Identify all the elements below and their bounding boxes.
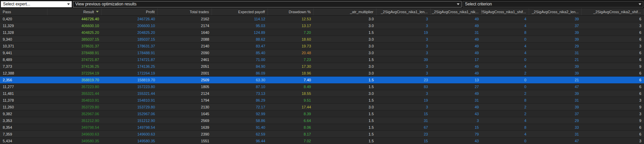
cell-pass: 12,388 [0,71,47,75]
cell-result: 351212.90 [47,119,102,123]
cell-drawdown: 8.49 [268,85,314,89]
table-row-pass-7-359[interactable]: 7,359349600.63149600.63239062.598.171.52… [0,131,644,138]
cell-expected_payoff: 86.29 [212,98,268,102]
column-header-profit[interactable]: Profit [102,8,158,15]
cell-atr_multiplier: 3.0 [314,105,376,109]
cell-atr_multiplier: 1.5 [314,112,376,116]
cell-nika1_nik: 15 [431,125,482,129]
table-row-pass-7-373[interactable]: 7,373374136.25174136.25205184.9017.303.0… [0,63,644,70]
table-row-pass-3-353[interactable]: 3,353351212.90151212.90256958.866.641.53… [0,117,644,124]
table-row-pass-8-354[interactable]: 8,354349798.54149798.54163991.408.061.56… [0,124,644,131]
cell-drawdown: 8.06 [268,125,314,129]
cell-profit: 204825.20 [102,30,158,35]
cell-nika2_shif: 9 [582,119,644,123]
table-row-pass-9-382[interactable]: 9,382352967.06152967.06164592.998.391.51… [0,110,644,117]
table-row-pass-12-388[interactable]: 12,388372264.19172264.19200186.0918.963.… [0,70,644,77]
cell-pass: 9,441 [0,51,47,55]
table-row-pass-11-260[interactable]: 11,260353729.80153729.80213072.1717.443.… [0,104,644,110]
column-header-nika1_nik[interactable]: _2SigAvgCross_nika1_nik... [431,8,482,15]
cell-expected_payoff: 87.10 [212,85,268,89]
cell-nika2_len: 39 [529,71,582,75]
table-row-pass-9-441[interactable]: 9,441378488.91178488.91209085.4020.483.0… [0,49,644,56]
cell-nika1_len: 3 [376,91,431,96]
cell-expected_payoff: 85.40 [212,51,268,55]
cell-expected_payoff: 92.99 [212,112,268,116]
cell-nika1_shif: 0 [482,58,529,62]
cell-profit: 157223.80 [102,85,158,89]
table-row-pass-5-434[interactable]: 5,434349580.35149580.35155196.447.021.51… [0,138,644,144]
cell-atr_multiplier: 1.5 [314,125,376,129]
criterion-select[interactable]: Select criterion [463,1,643,7]
column-header-nika1_shif[interactable]: _2SigAvgCross_nika1_shif... [482,8,529,15]
cell-drawdown: 13.17 [268,24,314,28]
cell-nika1_shif: 8 [482,30,529,35]
cell-nika1_len: 3 [376,105,431,109]
cell-total_trades: 2001 [158,71,212,75]
table-row-pass-2-356[interactable]: 2,356358819.70158819.70250963.307.401.52… [0,77,644,83]
column-header-result[interactable]: Result [47,8,102,15]
cell-total_trades: 2569 [158,119,212,123]
cell-nika1_shif: 4 [482,44,529,48]
cell-atr_multiplier: 1.5 [314,30,376,35]
column-header-total_trades[interactable]: Total trades [158,8,212,15]
column-header-label: Result [83,10,94,14]
cell-profit: 174136.25 [102,64,158,68]
cell-nika2_len: 37 [529,24,582,28]
cell-expected_payoff: 58.86 [212,119,268,123]
cell-profit: 178631.37 [102,44,158,48]
cell-drawdown: 8.17 [268,132,314,136]
column-header-label: Pass [3,10,11,14]
table-row-pass-0-420[interactable]: 0,420446726.40246726.402162114.1212.533.… [0,16,644,22]
column-header-nika2_shif[interactable]: _2SigAvgCross_nika2_shif... [582,8,644,15]
cell-nika2_len: 39 [529,17,582,21]
cell-total_trades: 2162 [158,17,212,21]
view-mode-select[interactable]: View previous optimization results [73,1,462,7]
cell-nika2_len: 29 [529,119,582,123]
cell-atr_multiplier: 1.5 [314,98,376,102]
cell-result: 374136.25 [47,64,102,68]
cell-nika2_len: 33 [529,125,582,129]
column-header-nika1_len[interactable]: _2SigAvgCross_nika1_len... [376,8,431,15]
cell-nika1_shif: 4 [482,17,529,21]
cell-nika2_shif: 3 [582,24,644,28]
table-row-pass-11-378[interactable]: 11,378354810.91154810.91179486.299.511.5… [0,97,644,104]
cell-profit: 152967.06 [102,112,158,116]
cell-nika1_shif: 8 [482,98,529,102]
cell-atr_multiplier: 3.0 [314,17,376,21]
cell-result: 378631.37 [47,44,102,48]
cell-nika1_len: 3 [376,17,431,21]
cell-pass: 11,260 [0,105,47,109]
cell-pass: 7,359 [0,132,47,136]
cell-nika1_nik: 49 [431,24,482,28]
table-row-pass-8-489[interactable]: 8,489374721.87174721.87246171.007.231.53… [0,56,644,63]
cell-drawdown: 17.30 [268,64,314,68]
cell-nika2_len: 21 [529,78,582,82]
cell-nika1_nik: 49 [431,44,482,48]
table-row-pass-10-371[interactable]: 10,371378631.37178631.37214083.4719.733.… [0,43,644,49]
cell-pass: 9,340 [0,37,47,41]
table-row-pass-11-328[interactable]: 11,328404825.20204825.201640124.897.201.… [0,29,644,36]
column-header-nika2_len[interactable]: _2SigAvgCross_nika2_len... [529,8,582,15]
column-header-expected_payoff[interactable]: Expected payoff [212,8,268,15]
column-header-pass[interactable]: Pass [0,8,47,15]
table-row-pass-9-340[interactable]: 9,340385037.15185037.15208888.6218.603.0… [0,36,644,43]
column-header-label: _2SigAvgCross_nika1_len... [381,10,428,14]
cell-nika2_shif: 3 [582,98,644,102]
column-header-atr_multiplier[interactable]: _atr_multiplier [314,8,376,15]
cell-drawdown: 12.53 [268,17,314,21]
chevron-down-icon [639,3,641,5]
cell-nika1_nik: 49 [431,91,482,96]
table-row-pass-11-481[interactable]: 11,481355321.44155321.44212473.1318.553.… [0,90,644,97]
cell-result: 349580.35 [47,139,102,143]
cell-nika1_len: 3 [376,37,431,41]
cell-nika2_shif: 9 [582,105,644,109]
column-header-drawdown[interactable]: Drawdown % [268,8,314,15]
cell-expected_payoff: 124.89 [212,30,268,35]
cell-profit: 174721.87 [102,58,158,62]
expert-select[interactable]: Select expert... [1,1,72,7]
cell-nika2_shif: 3 [582,112,644,116]
cell-nika1_shif: 8 [482,125,529,129]
cell-pass: 11,378 [0,98,47,102]
table-row-pass-11-277[interactable]: 11,277357223.80157223.80180587.108.491.5… [0,83,644,90]
table-row-pass-11-329[interactable]: 11,329406600.10206600.10217495.0313.173.… [0,22,644,29]
